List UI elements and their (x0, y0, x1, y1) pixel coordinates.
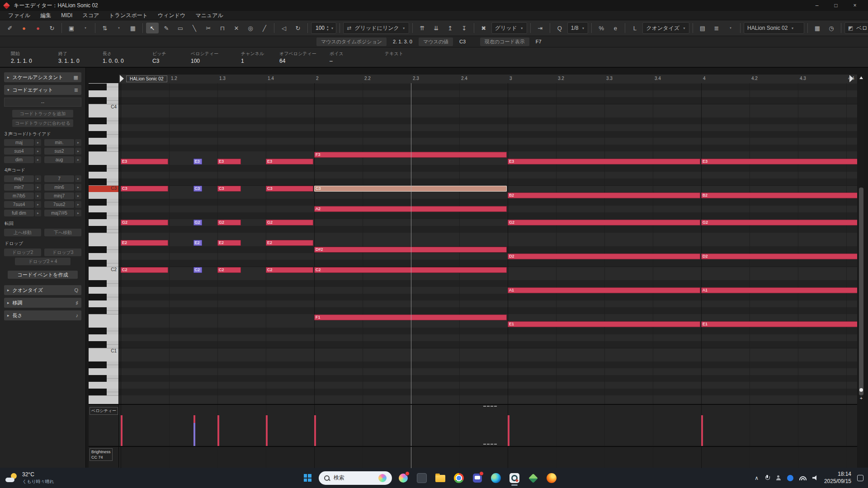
tetrad-arrow-icon-3[interactable]: ▸ (75, 184, 81, 191)
ruler-tick[interactable]: 3.4 (655, 76, 661, 81)
section-quantize[interactable]: ▸クオンタイズQ (4, 285, 81, 295)
piano-key[interactable] (89, 90, 118, 97)
part-name-label[interactable]: HALion Sonic 02 (126, 75, 167, 82)
toolbar-part-selector[interactable]: HALion Sonic 02▼ (744, 22, 804, 34)
piano-key[interactable] (89, 355, 118, 361)
tetrad-arrow-icon-5[interactable]: ▸ (75, 192, 81, 199)
notification-icon[interactable] (857, 475, 863, 481)
velocity-lane[interactable] (119, 404, 857, 446)
maximize-button[interactable]: □ (826, 0, 845, 11)
toolbar-show-note-expression-button[interactable]: ▣ (65, 23, 78, 33)
tetrad-arrow-icon-1[interactable]: ▸ (75, 175, 81, 182)
toolbar-quantize-preset[interactable]: 1/8▼ (567, 22, 589, 34)
drop-2-4-button[interactable]: ドロップ2 + 4 (15, 258, 71, 265)
velocity-bar[interactable] (314, 415, 316, 446)
tetrad-button-4[interactable]: m7/b5 (4, 192, 34, 199)
menu-item-2[interactable]: MIDI (57, 12, 77, 19)
toolbar-length-quantize[interactable]: クオンタイズ▼ (642, 22, 689, 34)
copilot-taskbar-button[interactable] (396, 470, 410, 486)
section-length[interactable]: ▸長さ♪ (4, 310, 81, 320)
midi-note[interactable]: E3 (701, 159, 857, 164)
midi-note[interactable]: A1 (701, 287, 857, 293)
midi-note[interactable]: F3 (314, 152, 507, 158)
midi-note[interactable]: F1 (314, 314, 507, 320)
zoom-handle[interactable] (859, 388, 863, 392)
toolbar-grid-overlay-button[interactable]: ▦ (811, 23, 824, 33)
piano-key[interactable] (89, 328, 118, 334)
midi-note[interactable]: E3 (508, 159, 700, 164)
midi-note[interactable]: G2 (217, 220, 241, 225)
ruler-tick[interactable]: 1.2 (171, 76, 177, 81)
toolbar-mute-button[interactable]: ✕ (230, 23, 243, 33)
toolbar-show-note-expression-caret[interactable]: ▾ (79, 23, 92, 33)
velocity-bar[interactable] (193, 423, 195, 446)
midi-note[interactable]: C3 (314, 186, 507, 192)
piano-key[interactable]: C1 (89, 348, 118, 355)
piano-key[interactable] (89, 165, 118, 172)
piano-key[interactable] (89, 307, 118, 314)
toolbar-glue-button[interactable]: ⊓ (216, 23, 229, 33)
midi-note[interactable]: E3 (193, 159, 202, 164)
toolbar-quantize-panel-button[interactable]: e (609, 23, 622, 33)
piano-key[interactable] (89, 260, 118, 267)
tetrad-button-7[interactable]: 7sus2 (44, 201, 74, 208)
toolbar-pin-button[interactable]: ✐ (4, 23, 16, 33)
midi-note[interactable]: C2 (121, 267, 168, 273)
toolbar-insert-velocity[interactable]: 100▴▾▼ (311, 22, 336, 34)
section-transpose[interactable]: ▸移調♯ (4, 298, 81, 308)
info-field-6[interactable]: オフベロシティー64 (279, 47, 330, 67)
menu-item-6[interactable]: マニュアル (191, 11, 227, 20)
info-field-7[interactable]: ボイス– (330, 47, 385, 67)
start-button[interactable] (300, 470, 315, 486)
tetrad-arrow-icon-9[interactable]: ▸ (75, 210, 81, 216)
drop-3-button[interactable]: ドロップ3 (44, 249, 81, 256)
tetrad-arrow-icon-8[interactable]: ▸ (35, 210, 41, 216)
explorer-taskbar-button[interactable] (433, 470, 448, 486)
midi-note[interactable]: C3 (266, 186, 313, 192)
piano-key[interactable] (89, 382, 118, 389)
info-field-2[interactable]: 長さ1. 0. 0. 0 (103, 47, 152, 67)
menu-item-0[interactable]: ファイル (4, 11, 35, 20)
menu-item-3[interactable]: スコア (78, 11, 104, 20)
midi-note[interactable]: G2 (193, 220, 202, 225)
people-icon[interactable] (776, 475, 781, 481)
piano-key[interactable] (89, 206, 118, 212)
piano-key[interactable]: C4 (89, 104, 118, 111)
piano-key[interactable]: C2 (89, 267, 118, 273)
midi-note[interactable]: G2 (121, 220, 168, 225)
info-field-3[interactable]: ピッチC3 (152, 47, 191, 67)
step-down-icon[interactable]: ▾ (327, 28, 329, 31)
ruler-tick[interactable]: 3 (509, 76, 512, 81)
tetrad-button-1[interactable]: 7 (44, 175, 74, 182)
toolbar-audition-button[interactable]: ◁ (278, 23, 290, 33)
toolbar-length-quantize-toggle-button[interactable]: L (628, 23, 641, 33)
piano-key[interactable] (89, 375, 118, 382)
create-chord-event-button[interactable]: コードイベントを作成 (8, 271, 78, 279)
toolbar-autoscroll-button[interactable]: ↻ (46, 23, 58, 33)
drop-2-button[interactable]: ドロップ2 (4, 249, 41, 256)
triad-button-5[interactable]: aug (44, 156, 74, 163)
piano-key[interactable] (89, 117, 118, 124)
clock[interactable]: 18:14 2025/09/15 (824, 471, 851, 485)
tetrad-button-3[interactable]: min6 (44, 184, 74, 191)
toolbar-snap-toggle-button[interactable]: ✖ (477, 23, 490, 33)
piano-key[interactable] (89, 246, 118, 253)
midi-note[interactable]: G2 (701, 220, 857, 225)
toolbar-acoustic-feedback-button[interactable]: ● (32, 23, 44, 33)
add-chord-track-button[interactable]: コードトラックを追加 (12, 110, 73, 117)
tetrad-arrow-icon-2[interactable]: ▸ (35, 184, 41, 191)
midi-note[interactable]: E2 (193, 240, 202, 246)
midi-note[interactable]: B2 (508, 192, 700, 198)
inversion-button-0[interactable]: 上へ移動 (4, 229, 41, 236)
toolbar-erase-button[interactable]: ▭ (174, 23, 187, 33)
ruler-tick[interactable]: 2.2 (364, 76, 371, 81)
triad-button-0[interactable]: maj (4, 139, 34, 146)
toolbar-nudge-up-more-button[interactable]: ⇈ (416, 23, 429, 33)
piano-key[interactable] (89, 124, 118, 131)
triad-button-2[interactable]: sus4 (4, 148, 34, 155)
section-scale-assistant[interactable]: ▸ スケールアシスタント ▦ (4, 72, 81, 82)
app1-taskbar-button[interactable] (415, 470, 429, 486)
scroll-up-icon[interactable] (859, 76, 863, 79)
toolbar-auto-select-controllers-caret[interactable]: ▾ (113, 23, 125, 33)
piano-key[interactable] (89, 111, 118, 117)
